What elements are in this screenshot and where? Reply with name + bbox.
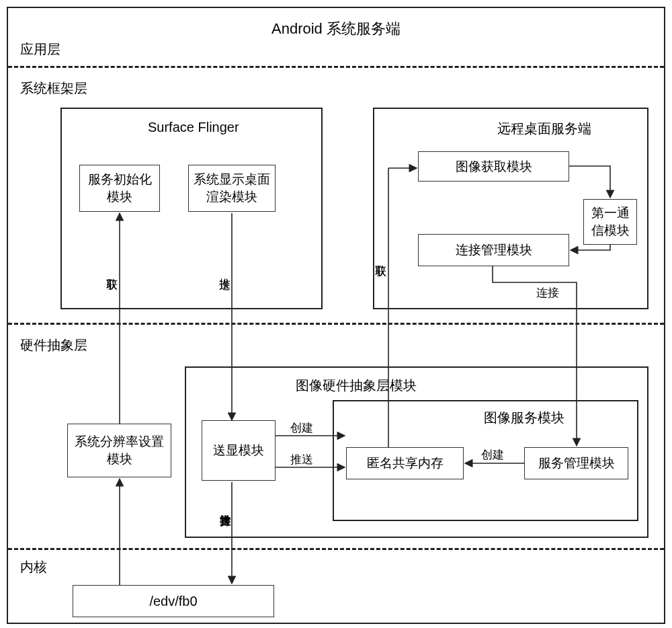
fb-device: /edv/fb0 — [73, 585, 274, 617]
divider-app-framework — [8, 66, 664, 68]
edge-label-create-1: 创建 — [290, 420, 313, 436]
image-service-title: 图像服务模块 — [484, 409, 564, 427]
image-acquire-module: 图像获取模块 — [418, 151, 569, 182]
display-send-module: 送显模块 — [202, 420, 276, 481]
layer-label-framework: 系统框架层 — [20, 79, 87, 97]
diagram-title: Android 系统服务端 — [202, 19, 470, 39]
edge-label-acquire-2: 获取 — [375, 256, 386, 258]
edge-label-push-2: 推送 — [290, 452, 313, 467]
resolution-module: 系统分辨率设置模块 — [67, 424, 171, 477]
layer-label-hal: 硬件抽象层 — [20, 336, 87, 354]
first-comm-module: 第一通信模块 — [583, 199, 637, 245]
connection-mgr-module: 连接管理模块 — [418, 234, 569, 266]
image-hal-title: 图像硬件抽象层模块 — [296, 377, 417, 395]
remote-desktop-title: 远程桌面服务端 — [497, 120, 591, 138]
divider-framework-hal — [8, 323, 664, 325]
edge-label-connect: 连接 — [536, 285, 559, 301]
service-mgr-module: 服务管理模块 — [524, 447, 628, 479]
layer-label-kernel: 内核 — [20, 558, 47, 576]
service-init-module: 服务初始化模块 — [79, 165, 160, 212]
divider-hal-kernel — [8, 548, 664, 550]
anon-shared-mem: 匿名共享内存 — [346, 447, 464, 479]
edge-label-acquire-1: 获取 — [106, 269, 118, 272]
display-render-module: 系统显示桌面渲染模块 — [188, 165, 276, 212]
diagram-stage: Android 系统服务端 应用层 系统框架层 硬件抽象层 内核 Surface… — [0, 0, 672, 628]
surface-flinger-title: Surface Flinger — [148, 120, 239, 135]
edge-label-create-2: 创建 — [481, 447, 504, 463]
layer-label-app: 应用层 — [20, 40, 60, 58]
edge-label-push-1: 推送 — [219, 269, 230, 272]
